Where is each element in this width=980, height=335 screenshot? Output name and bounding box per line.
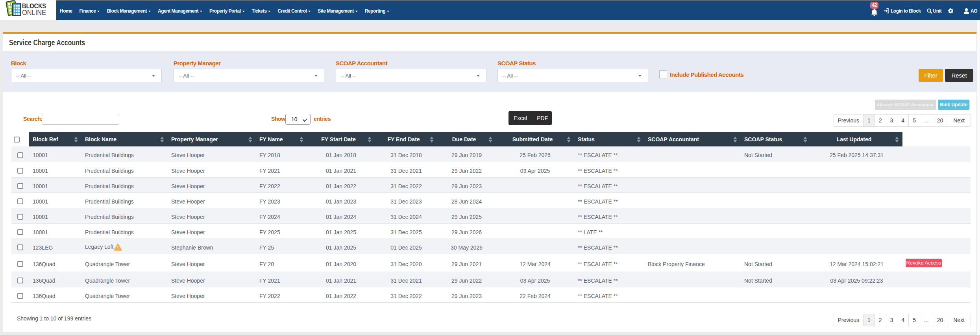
svg-text:ONLINE: ONLINE [22,9,46,17]
